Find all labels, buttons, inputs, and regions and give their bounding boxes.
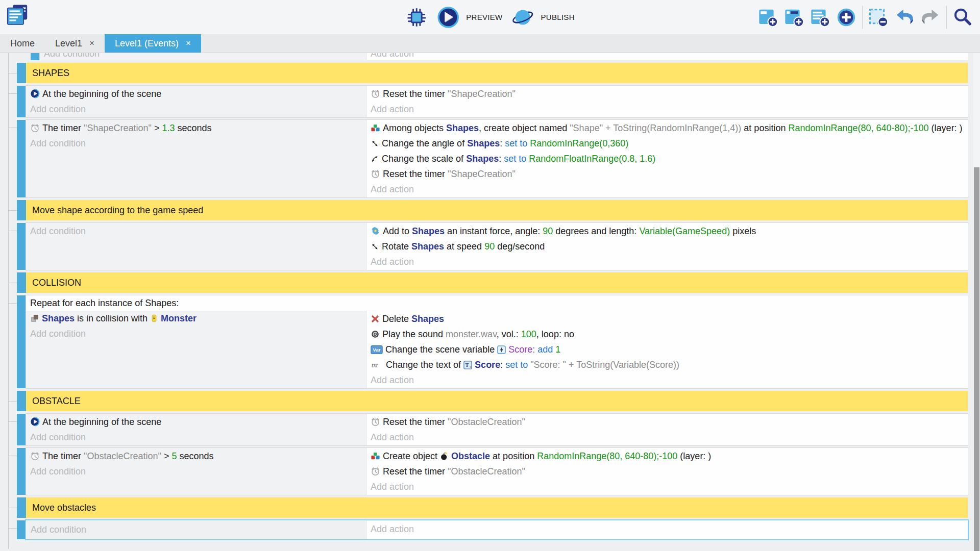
event-drag-handle[interactable] xyxy=(31,53,40,60)
conditions-cell[interactable]: Add condition xyxy=(26,223,366,270)
add-comment-button[interactable] xyxy=(810,7,830,28)
event-drag-handle[interactable] xyxy=(17,223,26,270)
text-segment: Shapes xyxy=(42,313,75,323)
actions-cell[interactable]: Reset the timer "ShapeCreation"Add actio… xyxy=(366,86,968,117)
tab-level1-events[interactable]: Level1 (Events)× xyxy=(105,34,201,53)
add-action-button[interactable]: Add action xyxy=(366,372,968,388)
conditions-cell[interactable]: The timer "ObstacleCreation" > 5 seconds… xyxy=(26,448,366,495)
add-action-button[interactable]: Add action xyxy=(366,254,968,269)
publish-button[interactable]: PUBLISH xyxy=(511,6,574,29)
conditions-cell[interactable]: Shapes is in collision with MonsterAdd c… xyxy=(26,311,366,388)
action-line[interactable]: txtChange the text of TxScore: set to "S… xyxy=(366,357,968,372)
comment-text[interactable]: COLLISION xyxy=(26,272,968,293)
conditions-cell[interactable]: Add condition xyxy=(40,53,366,60)
text-segment: Add action xyxy=(371,257,414,267)
action-line[interactable]: Reset the timer "ObstacleCreation" xyxy=(366,414,968,430)
gdevelop-logo[interactable] xyxy=(5,3,30,30)
foreach-header[interactable]: Repeat for each instance of Shapes: xyxy=(26,295,968,311)
add-condition-button[interactable]: Add condition xyxy=(26,102,366,117)
text-segment: 90 xyxy=(543,226,553,236)
preview-button[interactable]: PREVIEW xyxy=(437,6,502,29)
condition-line[interactable]: The timer "ObstacleCreation" > 5 seconds xyxy=(26,448,366,464)
comment-text[interactable]: SHAPES xyxy=(26,63,968,83)
debug-button[interactable] xyxy=(405,6,428,29)
actions-cell[interactable]: Add action xyxy=(366,53,968,60)
actions-cell[interactable]: Reset the timer "ObstacleCreation"Add ac… xyxy=(366,414,968,445)
event-drag-handle[interactable] xyxy=(17,414,26,445)
tab-home[interactable]: Home xyxy=(0,34,45,53)
scrollbar-thumb[interactable] xyxy=(974,167,979,551)
create-object-icon xyxy=(371,448,380,464)
action-line[interactable]: Play the sound monster.wav, vol.: 100, l… xyxy=(366,327,968,342)
add-condition-button[interactable]: Add condition xyxy=(26,430,366,445)
add-condition-button[interactable]: Add condition xyxy=(26,223,366,239)
redo-button[interactable] xyxy=(920,7,941,28)
event-drag-handle[interactable] xyxy=(17,120,26,197)
comment-text[interactable]: OBSTACLE xyxy=(26,391,968,411)
condition-line[interactable]: The timer "ShapeCreation" > 1.3 seconds xyxy=(26,120,366,136)
event-drag-handle[interactable] xyxy=(17,86,26,117)
action-line[interactable]: Reset the timer "ShapeCreation" xyxy=(366,166,968,182)
comment-row: COLLISION xyxy=(17,272,968,293)
actions-cell[interactable]: Create object Obstacle at position Rando… xyxy=(366,448,968,495)
add-event-button[interactable] xyxy=(758,7,778,28)
actions-cell[interactable]: Delete ShapesPlay the sound monster.wav,… xyxy=(366,311,968,388)
tab-close-icon[interactable]: × xyxy=(186,38,191,48)
conditions-cell[interactable]: The timer "ShapeCreation" > 1.3 secondsA… xyxy=(26,120,366,197)
action-line[interactable]: Delete Shapes xyxy=(366,311,968,327)
event-drag-handle[interactable] xyxy=(17,200,26,220)
delete-icon xyxy=(371,311,380,327)
action-line[interactable]: Create object Obstacle at position Rando… xyxy=(366,448,968,464)
action-line[interactable]: Rotate Shapes at speed 90 deg/second xyxy=(366,239,968,254)
text-segment: "ObstacleCreation" xyxy=(448,466,525,477)
condition-line[interactable]: Shapes is in collision with Monster xyxy=(26,311,366,326)
text-segment: Add action xyxy=(371,53,414,59)
event-drag-handle[interactable] xyxy=(17,272,26,293)
event-drag-handle[interactable] xyxy=(17,295,26,388)
add-action-button[interactable]: Add action xyxy=(366,53,968,60)
event-drag-handle[interactable] xyxy=(17,63,26,83)
action-line[interactable]: VarChange the scene variable Score: add … xyxy=(366,342,968,357)
actions-cell[interactable]: Add to Shapes an instant force, angle: 9… xyxy=(366,223,968,270)
add-condition-button[interactable]: Add condition xyxy=(27,521,366,538)
action-line[interactable]: Change the scale of Shapes: set to Rando… xyxy=(366,151,968,166)
add-condition-button[interactable]: Add condition xyxy=(26,464,366,479)
add-new-button[interactable] xyxy=(836,7,856,28)
tab-level1[interactable]: Level1× xyxy=(45,34,105,53)
event-drag-handle[interactable] xyxy=(17,391,26,411)
timer-icon xyxy=(371,166,380,182)
text-segment: "ObstacleCreation" xyxy=(448,417,525,427)
add-condition-button[interactable]: Add condition xyxy=(26,136,366,151)
conditions-cell[interactable]: Add condition xyxy=(26,520,366,539)
conditions-cell[interactable]: At the beginning of the sceneAdd conditi… xyxy=(26,414,366,445)
action-line[interactable]: Reset the timer "ObstacleCreation" xyxy=(366,464,968,479)
actions-cell[interactable]: Among objects Shapes, create object name… xyxy=(366,120,968,197)
add-condition-button[interactable]: Add condition xyxy=(26,326,366,341)
add-condition-button[interactable]: Add condition xyxy=(40,53,366,60)
undo-button[interactable] xyxy=(894,7,915,28)
add-action-button[interactable]: Add action xyxy=(366,430,968,445)
event-drag-handle[interactable] xyxy=(17,520,26,539)
add-action-button[interactable]: Add action xyxy=(366,479,968,494)
action-line[interactable]: Reset the timer "ShapeCreation" xyxy=(366,86,968,102)
vertical-scrollbar[interactable] xyxy=(973,53,980,551)
add-action-button[interactable]: Add action xyxy=(366,521,968,538)
condition-line[interactable]: At the beginning of the scene xyxy=(26,414,366,430)
comment-text[interactable]: Move shape according to the game speed xyxy=(26,200,968,220)
action-line[interactable]: Among objects Shapes, create object name… xyxy=(366,120,968,136)
action-line[interactable]: Change the angle of Shapes: set to Rando… xyxy=(366,136,968,151)
add-subevent-button[interactable] xyxy=(784,7,804,28)
action-line[interactable]: Add to Shapes an instant force, angle: 9… xyxy=(366,223,968,239)
event-drag-handle[interactable] xyxy=(17,448,26,495)
delete-selection-button[interactable] xyxy=(868,7,889,28)
event-drag-handle[interactable] xyxy=(17,497,26,518)
actions-cell[interactable]: Add action xyxy=(366,520,968,539)
search-button[interactable] xyxy=(952,7,973,28)
comment-text[interactable]: Move obstacles xyxy=(26,497,968,518)
add-action-button[interactable]: Add action xyxy=(366,102,968,117)
redo-icon xyxy=(920,7,941,28)
condition-line[interactable]: At the beginning of the scene xyxy=(26,86,366,102)
conditions-cell[interactable]: At the beginning of the sceneAdd conditi… xyxy=(26,86,366,117)
tab-close-icon[interactable]: × xyxy=(89,38,94,48)
add-action-button[interactable]: Add action xyxy=(366,182,968,197)
